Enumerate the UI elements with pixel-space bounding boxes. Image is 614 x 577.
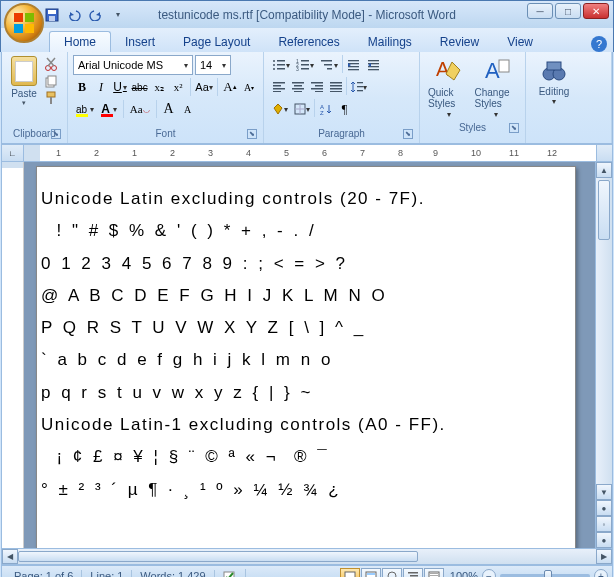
maximize-button[interactable]: □ (555, 3, 581, 19)
show-marks-button[interactable]: ¶ (335, 99, 354, 119)
tab-page-layout[interactable]: Page Layout (169, 32, 264, 52)
tab-insert[interactable]: Insert (111, 32, 169, 52)
svg-rect-72 (430, 575, 438, 576)
status-page[interactable]: Page: 1 of 6 (6, 570, 82, 577)
quick-styles-button[interactable]: A Quick Styles▾ (428, 56, 471, 119)
hscroll-thumb[interactable] (18, 551, 418, 562)
subscript-button[interactable]: x₂ (150, 77, 168, 97)
underline-button[interactable]: U▾ (111, 77, 129, 97)
copy-button[interactable] (43, 73, 59, 89)
bullets-button[interactable]: ▾ (269, 55, 293, 75)
tab-review[interactable]: Review (426, 32, 493, 52)
undo-button[interactable] (65, 6, 83, 24)
align-center-button[interactable] (288, 77, 307, 97)
zoom-thumb[interactable] (544, 570, 552, 577)
browse-object-button[interactable]: ◦ (596, 516, 612, 532)
full-screen-view[interactable] (361, 568, 381, 577)
vertical-ruler[interactable] (2, 162, 24, 548)
format-painter-button[interactable] (43, 90, 59, 106)
doc-text: P Q R S T U V W X Y Z [ \ ] ^ _ (41, 312, 571, 344)
shrink-a-button[interactable]: A (179, 99, 197, 119)
tab-selector[interactable]: ∟ (2, 145, 24, 161)
paste-button[interactable]: Paste ▾ (6, 54, 42, 127)
change-case-button[interactable]: Aa▾ (194, 77, 214, 97)
document-page[interactable]: Unicode Latin excluding controls (20 - 7… (36, 166, 576, 548)
superscript-button[interactable]: x² (169, 77, 187, 97)
highlight-button[interactable]: ab▾ (73, 99, 97, 119)
window-controls: ─ □ ✕ (527, 3, 609, 19)
scroll-thumb[interactable] (598, 180, 610, 240)
italic-button[interactable]: I (92, 77, 110, 97)
scroll-left-button[interactable]: ◀ (2, 549, 18, 564)
status-proofing[interactable] (215, 569, 246, 577)
doc-text: p q r s t u v w x y z { | } ~ (41, 377, 571, 409)
numbering-button[interactable]: 123▾ (293, 55, 317, 75)
decrease-indent-button[interactable] (344, 55, 364, 75)
multilevel-button[interactable]: ▾ (317, 55, 341, 75)
change-styles-button[interactable]: A Change Styles▾ (475, 56, 518, 119)
svg-rect-43 (315, 91, 323, 92)
bold-button[interactable]: B (73, 77, 91, 97)
justify-button[interactable] (326, 77, 345, 97)
zoom-in-button[interactable]: + (594, 569, 608, 577)
styles-launcher[interactable]: ⬊ (509, 123, 519, 133)
font-size-combo[interactable]: 14▾ (195, 55, 231, 75)
shading-button[interactable]: ▾ (269, 99, 291, 119)
vertical-scrollbar[interactable]: ▲ ▼ ● ◦ ● (595, 162, 612, 548)
zoom-out-button[interactable]: − (482, 569, 496, 577)
clear-formatting-button[interactable]: Aa◡ (127, 99, 153, 119)
tab-mailings[interactable]: Mailings (354, 32, 426, 52)
browse-prev-button[interactable]: ● (596, 500, 612, 516)
scroll-down-button[interactable]: ▼ (596, 484, 612, 500)
svg-rect-2 (49, 16, 55, 21)
svg-point-9 (273, 60, 275, 62)
font-launcher[interactable]: ⬊ (247, 129, 257, 139)
web-layout-view[interactable] (382, 568, 402, 577)
font-color-button[interactable]: A▾ (98, 99, 120, 119)
clipboard-launcher[interactable]: ⬊ (51, 129, 61, 139)
close-button[interactable]: ✕ (583, 3, 609, 19)
tab-references[interactable]: References (264, 32, 353, 52)
line-spacing-button[interactable]: ▾ (348, 77, 370, 97)
horizontal-scrollbar[interactable]: ◀ ▶ (1, 548, 613, 565)
print-layout-view[interactable] (340, 568, 360, 577)
align-right-button[interactable] (307, 77, 326, 97)
align-left-button[interactable] (269, 77, 288, 97)
outline-view[interactable] (403, 568, 423, 577)
status-words[interactable]: Words: 1,429 (132, 570, 214, 577)
svg-rect-23 (327, 68, 332, 70)
editing-button[interactable]: Editing▾ (530, 54, 578, 110)
tab-view[interactable]: View (493, 32, 547, 52)
svg-rect-21 (321, 60, 332, 62)
ruler-toggle[interactable] (596, 145, 612, 161)
svg-rect-63 (345, 572, 355, 577)
document-viewport[interactable]: Unicode Latin excluding controls (20 - 7… (24, 162, 595, 548)
minimize-button[interactable]: ─ (527, 3, 553, 19)
draft-view[interactable] (424, 568, 444, 577)
doc-text: ° ± ² ³ ´ µ ¶ · ¸ ¹ º » ¼ ½ ¾ ¿ (41, 474, 571, 506)
sort-button[interactable]: AZ (316, 99, 335, 119)
svg-text:Z: Z (320, 110, 324, 115)
svg-point-11 (273, 64, 275, 66)
horizontal-ruler[interactable]: ∟ 1 2 1 2 3 4 5 6 7 8 9 10 11 12 (1, 144, 613, 162)
shrink-font-button[interactable]: A▾ (240, 77, 258, 97)
redo-button[interactable] (87, 6, 105, 24)
browse-next-button[interactable]: ● (596, 532, 612, 548)
paragraph-launcher[interactable]: ⬊ (403, 129, 413, 139)
scroll-right-button[interactable]: ▶ (596, 549, 612, 564)
help-icon[interactable]: ? (591, 36, 607, 52)
grow-a-button[interactable]: A (160, 99, 178, 119)
zoom-level[interactable]: 100% (450, 570, 478, 577)
increase-indent-button[interactable] (364, 55, 384, 75)
qat-customize[interactable]: ▾ (109, 6, 127, 24)
status-line[interactable]: Line: 1 (82, 570, 132, 577)
borders-button[interactable]: ▾ (291, 99, 313, 119)
tab-home[interactable]: Home (49, 31, 111, 52)
scroll-up-button[interactable]: ▲ (596, 162, 612, 178)
save-button[interactable] (43, 6, 61, 24)
strike-button[interactable]: abc (130, 77, 149, 97)
cut-button[interactable] (43, 56, 59, 72)
grow-font-button[interactable]: A▴ (221, 77, 239, 97)
font-name-combo[interactable]: Arial Unicode MS▾ (73, 55, 193, 75)
office-button[interactable] (4, 3, 44, 43)
